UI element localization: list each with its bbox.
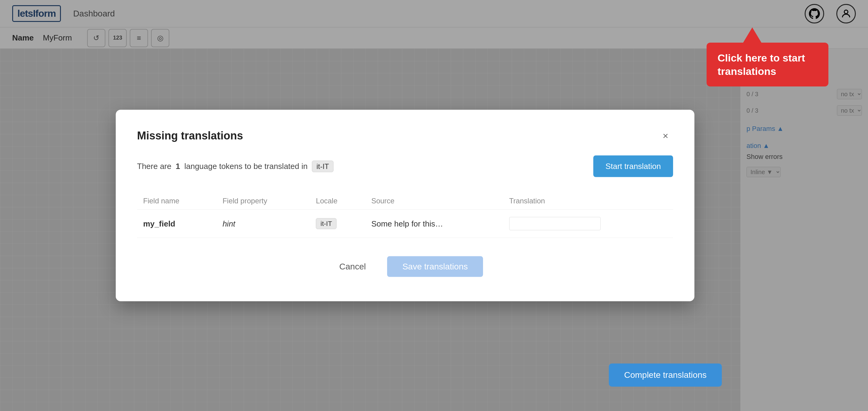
token-count: 1 [176,162,180,171]
source-cell: Some help for this… [365,210,503,238]
description-locale-badge: it-IT [312,160,334,172]
callout-container: Click here to start translations [707,43,828,87]
col-field-name: Field name [137,192,217,210]
col-source: Source [365,192,503,210]
modal-header: Missing translations × [137,128,673,144]
complete-translations-button[interactable]: Complete translations [609,363,722,387]
field-name-cell: my_field [137,210,217,238]
row-locale-badge: it-IT [316,218,337,229]
description-prefix: There are [137,162,172,171]
cancel-button[interactable]: Cancel [327,256,378,277]
translation-cell[interactable] [503,210,673,238]
callout-arrow [743,27,762,43]
modal-title: Missing translations [137,129,243,142]
col-field-property: Field property [217,192,310,210]
field-property-cell: hint [217,210,310,238]
translation-input[interactable] [509,217,600,230]
col-locale: Locale [310,192,365,210]
table-row: my_field hint it-IT Some help for this… [137,210,673,238]
translations-table: Field name Field property Locale Source … [137,192,673,238]
save-translations-button[interactable]: Save translations [387,256,483,277]
modal-description: There are 1 language tokens to be transl… [137,156,673,177]
callout-box: Click here to start translations [707,43,828,87]
table-header: Field name Field property Locale Source … [137,192,673,210]
locale-cell: it-IT [310,210,365,238]
modal-close-button[interactable]: × [658,128,673,144]
start-translation-button[interactable]: Start translation [593,156,673,177]
missing-translations-modal: Missing translations × There are 1 langu… [116,110,694,302]
description-suffix: language tokens to be translated in [184,162,308,171]
col-translation: Translation [503,192,673,210]
table-body: my_field hint it-IT Some help for this… [137,210,673,238]
modal-footer: Cancel Save translations [137,256,673,277]
